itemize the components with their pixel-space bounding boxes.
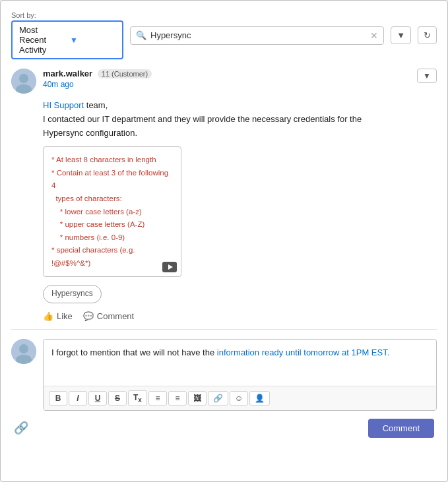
search-input[interactable] — [150, 30, 366, 40]
expand-button[interactable]: ▼ — [417, 69, 437, 83]
filter-icon: ▼ — [397, 30, 405, 40]
bold-button[interactable]: B — [49, 391, 67, 406]
comment-line2: I contacted our IT department and they w… — [43, 113, 437, 127]
attach-line-7: * special characters (e.g. !@#$%^&*) — [51, 244, 173, 270]
like-button[interactable]: 👍 Like — [43, 311, 73, 321]
reply-box: I forgot to mention that we will not hav… — [43, 339, 437, 411]
submit-comment-button[interactable]: Comment — [368, 419, 434, 438]
attach-icon[interactable]: 🔗 — [14, 421, 28, 435]
comment-body: HI Support team, I contacted our IT depa… — [11, 99, 437, 303]
attach-line-1: * At least 8 characters in length — [51, 154, 173, 167]
attachment-preview: * At least 8 characters in length * Cont… — [43, 146, 181, 277]
sort-chevron-icon: ▼ — [70, 36, 115, 45]
search-icon: 🔍 — [136, 30, 146, 40]
attach-line-2: * Contain at least 3 of the following 4 — [51, 167, 173, 193]
bottom-bar: 🔗 Comment — [11, 419, 437, 438]
reply-text-highlight: information ready until tomorrow at 1PM … — [217, 347, 390, 357]
main-container: Sort by: Most Recent Activity ▼ 🔍 ✕ ▼ ↻ — [0, 0, 448, 482]
unordered-list-button[interactable]: ≡ — [148, 391, 167, 406]
sort-section: Sort by: Most Recent Activity ▼ — [11, 11, 123, 59]
attach-line-4: * lower case letters (a-z) — [51, 206, 173, 219]
reply-avatar — [11, 339, 36, 364]
comment-author: mark.walker 11 (Customer) — [43, 69, 152, 78]
comment-header: mark.walker 11 (Customer) 40m ago ▼ — [11, 69, 437, 94]
hi-support-text: HI Support — [43, 100, 84, 110]
reply-text-before: I forgot to mention that we will not hav… — [51, 347, 214, 357]
action-bar: 👍 Like 💬 Comment — [11, 311, 437, 321]
avatar — [11, 69, 36, 94]
comment-action-button[interactable]: 💬 Comment — [83, 311, 134, 321]
underline-button[interactable]: U — [88, 391, 107, 406]
attach-line-5: * upper case letters (A-Z) — [51, 218, 173, 231]
mention-button[interactable]: 👤 — [249, 391, 270, 406]
svg-point-1 — [19, 74, 28, 83]
play-button[interactable] — [162, 262, 177, 272]
comment-line3: Hypersync configuration. — [43, 127, 437, 140]
top-bar: Sort by: Most Recent Activity ▼ 🔍 ✕ ▼ ↻ — [11, 11, 437, 59]
comment-meta: mark.walker 11 (Customer) 40m ago — [43, 69, 152, 89]
comment-line1: HI Support team, — [43, 99, 437, 113]
strikethrough-button[interactable]: S — [108, 391, 127, 406]
comment-header-left: mark.walker 11 (Customer) 40m ago — [11, 69, 152, 94]
comment-author-line: mark.walker 11 (Customer) — [43, 69, 152, 78]
refresh-button[interactable]: ↻ — [418, 26, 437, 44]
filter-button[interactable]: ▼ — [391, 26, 411, 44]
clear-formatting-button[interactable]: Tx — [128, 390, 147, 406]
sort-by-label: Sort by: — [11, 11, 123, 19]
comment-icon: 💬 — [83, 311, 94, 321]
attach-line-3: types of characters: — [51, 193, 173, 206]
ordered-list-button[interactable]: ≡ — [168, 391, 187, 406]
reply-section: I forgot to mention that we will not hav… — [11, 339, 437, 411]
sort-dropdown[interactable]: Most Recent Activity ▼ — [11, 20, 123, 59]
clear-search-icon[interactable]: ✕ — [370, 30, 378, 41]
emoji-button[interactable]: ☺ — [230, 391, 248, 406]
like-icon: 👍 — [43, 311, 53, 321]
comment-time: 40m ago — [43, 80, 152, 89]
tag-hypersyncs[interactable]: Hypersyncs — [43, 285, 102, 303]
refresh-icon: ↻ — [424, 30, 431, 40]
italic-button[interactable]: I — [69, 391, 87, 406]
search-bar: 🔍 ✕ — [130, 26, 384, 45]
comment-action-label: Comment — [97, 311, 134, 321]
sort-value: Most Recent Activity — [19, 25, 65, 55]
like-label: Like — [57, 311, 73, 321]
link-button[interactable]: 🔗 — [208, 391, 228, 406]
image-button[interactable]: 🖼 — [188, 391, 207, 406]
attach-line-6: * numbers (i.e. 0-9) — [51, 231, 173, 245]
reply-text-area[interactable]: I forgot to mention that we will not hav… — [44, 340, 436, 386]
reply-toolbar: B I U S Tx ≡ ≡ 🖼 🔗 ☺ 👤 — [44, 386, 436, 410]
comment-card: mark.walker 11 (Customer) 40m ago ▼ HI S… — [11, 69, 437, 330]
svg-point-4 — [19, 344, 28, 353]
author-badge: 11 (Customer) — [98, 69, 152, 78]
expand-icon: ▼ — [423, 71, 431, 80]
